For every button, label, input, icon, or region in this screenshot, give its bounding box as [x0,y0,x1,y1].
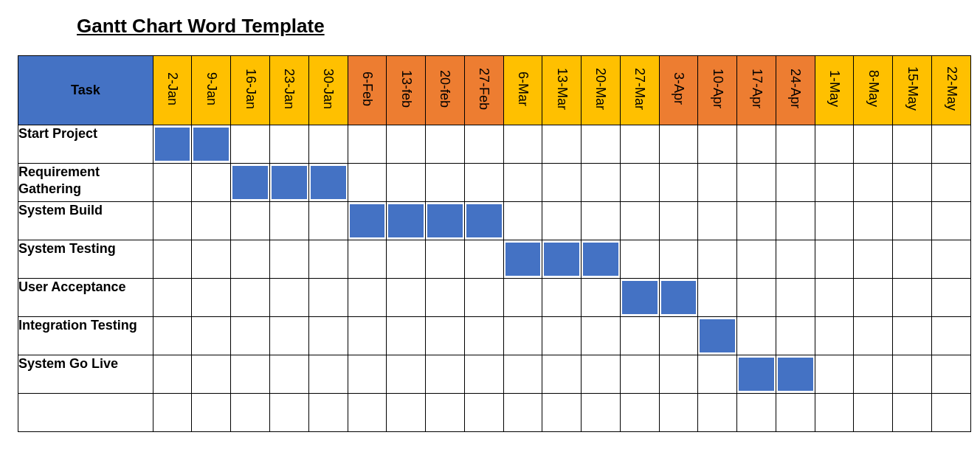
gantt-bar [388,204,424,237]
gantt-cell [542,317,582,355]
gantt-cell [153,317,192,355]
task-label: Requirement Gathering [18,164,153,202]
gantt-chart: Task 2-Jan9-Jan16-Jan23-Jan30-Jan6-Feb13… [18,55,971,432]
gantt-cell [582,355,621,394]
gantt-cell [854,240,893,279]
gantt-bar [739,358,774,391]
date-column-label: 2-Jan [165,68,180,110]
gantt-cell [698,202,737,240]
gantt-cell [582,125,621,164]
date-column-header: 9-Jan [192,56,231,125]
gantt-cell [698,317,737,355]
gantt-cell [503,125,542,164]
gantt-bar [622,281,658,314]
date-column-header: 3-Apr [659,56,698,125]
gantt-bar [661,281,697,314]
gantt-cell [426,125,465,164]
date-column-label: 8-May [866,66,881,111]
date-column-label: 22-May [944,62,959,115]
gantt-cell [387,240,426,279]
gantt-cell [348,355,387,394]
gantt-header: Task 2-Jan9-Jan16-Jan23-Jan30-Jan6-Feb13… [18,56,971,125]
date-column-header: 23-Jan [269,56,308,125]
gantt-cell [231,202,270,240]
gantt-cell [698,164,737,202]
gantt-cell [387,394,426,432]
gantt-cell [269,202,308,240]
gantt-cell [464,240,503,279]
gantt-cell [893,279,932,317]
gantt-cell [269,164,308,202]
gantt-cell [620,240,659,279]
task-label: Integration Testing [18,317,153,355]
gantt-cell [893,394,932,432]
gantt-cell [503,164,542,202]
gantt-cell [231,240,270,279]
date-column-label: 30-Jan [320,64,336,114]
gantt-cell [815,355,854,394]
gantt-cell [269,355,308,394]
gantt-cell [620,317,659,355]
page: Gantt Chart Word Template Task 2-Jan9-Ja… [0,0,980,466]
gantt-cell [542,394,582,432]
gantt-bar [193,128,229,161]
gantt-cell [776,279,815,317]
gantt-cell [893,317,932,355]
date-column-header: 16-Jan [231,56,270,125]
gantt-cell [582,317,621,355]
gantt-cell [426,202,465,240]
gantt-cell [503,355,542,394]
gantt-cell [348,125,387,164]
gantt-cell [737,125,776,164]
task-label [18,394,153,432]
date-column-label: 23-Jan [281,64,297,114]
gantt-bar [544,243,579,276]
gantt-cell [426,240,465,279]
gantt-cell [698,279,737,317]
date-column-label: 20-Mar [593,63,608,114]
gantt-cell [893,164,932,202]
gantt-cell [464,394,503,432]
gantt-cell [776,317,815,355]
gantt-cell [776,202,815,240]
gantt-cell [192,317,231,355]
gantt-cell [387,125,426,164]
gantt-cell [192,394,231,432]
gantt-cell [542,279,582,317]
gantt-cell [932,202,971,240]
gantt-cell [659,317,698,355]
gantt-cell [582,279,621,317]
gantt-cell [153,279,192,317]
gantt-cell [308,317,348,355]
gantt-cell [582,394,621,432]
gantt-cell [308,202,348,240]
gantt-cell [464,355,503,394]
date-column-label: 27-Feb [476,63,491,114]
gantt-cell [503,202,542,240]
gantt-cell [815,164,854,202]
gantt-row: Start Project [18,125,971,164]
gantt-cell [620,355,659,394]
gantt-cell [854,202,893,240]
gantt-cell [192,125,231,164]
gantt-cell [542,202,582,240]
gantt-cell [659,240,698,279]
gantt-cell [698,394,737,432]
gantt-cell [348,394,387,432]
gantt-bar [778,358,813,391]
gantt-cell [308,164,348,202]
task-label: System Go Live [18,355,153,394]
gantt-cell [815,240,854,279]
gantt-cell [542,355,582,394]
date-column-header: 8-May [854,56,893,125]
gantt-cell [153,355,192,394]
page-title: Gantt Chart Word Template [77,15,325,37]
gantt-cell [153,125,192,164]
date-column-header: 27-Feb [464,56,503,125]
gantt-bar [350,204,385,237]
gantt-cell [542,164,582,202]
gantt-cell [503,394,542,432]
gantt-cell [659,279,698,317]
gantt-cell [737,394,776,432]
title-wrap: Gantt Chart Word Template [77,15,962,38]
